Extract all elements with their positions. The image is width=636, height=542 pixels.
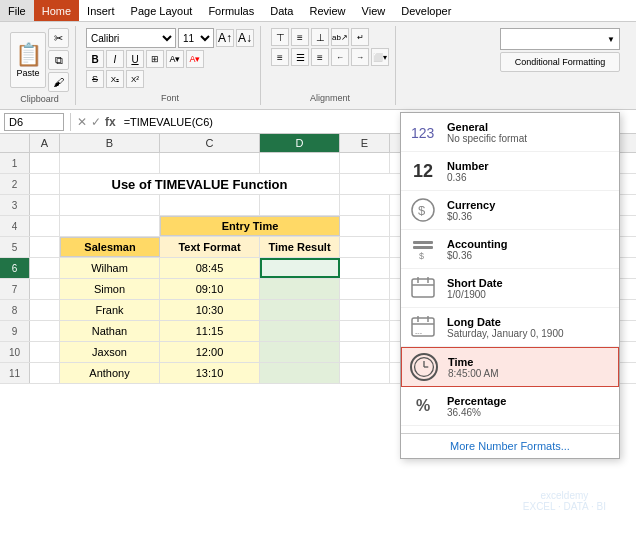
confirm-formula-icon[interactable]: ✓ — [91, 115, 101, 129]
format-item-short-date[interactable]: Short Date 1/0/1900 — [401, 269, 619, 308]
cell-a11[interactable] — [30, 363, 60, 383]
paste-button[interactable]: 📋 Paste — [10, 32, 46, 88]
cell-c8[interactable]: 10:30 — [160, 300, 260, 320]
cell-c4[interactable]: Entry Time — [160, 216, 340, 236]
cell-e11[interactable] — [340, 363, 390, 383]
format-item-general[interactable]: 123 General No specific format — [401, 113, 619, 152]
cell-b7[interactable]: Simon — [60, 279, 160, 299]
cell-c10[interactable]: 12:00 — [160, 342, 260, 362]
subscript-button[interactable]: X₂ — [106, 70, 124, 88]
cell-e4[interactable] — [340, 216, 390, 236]
menu-page-layout[interactable]: Page Layout — [123, 0, 201, 21]
format-item-time[interactable]: Time 8:45:00 AM — [401, 347, 619, 387]
cell-a7[interactable] — [30, 279, 60, 299]
cell-c5[interactable]: Text Format — [160, 237, 260, 257]
menu-file[interactable]: File — [0, 0, 34, 21]
cell-a9[interactable] — [30, 321, 60, 341]
cell-e9[interactable] — [340, 321, 390, 341]
cell-b8[interactable]: Frank — [60, 300, 160, 320]
align-bottom-button[interactable]: ⊥ — [311, 28, 329, 46]
bold-button[interactable]: B — [86, 50, 104, 68]
col-header-a[interactable]: A — [30, 134, 60, 152]
format-painter-button[interactable]: 🖌 — [48, 72, 69, 92]
cell-c7[interactable]: 09:10 — [160, 279, 260, 299]
cell-d11[interactable] — [260, 363, 340, 383]
wrap-text-button[interactable]: ↵ — [351, 28, 369, 46]
align-left-button[interactable]: ≡ — [271, 48, 289, 66]
fill-color-button[interactable]: A▾ — [166, 50, 184, 68]
cut-button[interactable]: ✂ — [48, 28, 69, 48]
cell-a8[interactable] — [30, 300, 60, 320]
cell-b1[interactable] — [60, 153, 160, 173]
border-button[interactable]: ⊞ — [146, 50, 164, 68]
cell-d3[interactable] — [260, 195, 340, 215]
more-number-formats-link[interactable]: More Number Formats... — [401, 433, 619, 458]
format-item-number[interactable]: 12 Number 0.36 — [401, 152, 619, 191]
col-header-b[interactable]: B — [60, 134, 160, 152]
cell-c3[interactable] — [160, 195, 260, 215]
font-color-button[interactable]: A▾ — [186, 50, 204, 68]
cell-b9[interactable]: Nathan — [60, 321, 160, 341]
format-item-percentage[interactable]: % Percentage 36.46% — [401, 387, 619, 426]
cell-e8[interactable] — [340, 300, 390, 320]
italic-button[interactable]: I — [106, 50, 124, 68]
cell-a5[interactable] — [30, 237, 60, 257]
menu-formulas[interactable]: Formulas — [200, 0, 262, 21]
cell-b3[interactable] — [60, 195, 160, 215]
cell-e5[interactable] — [340, 237, 390, 257]
cell-d10[interactable] — [260, 342, 340, 362]
cell-b11[interactable]: Anthony — [60, 363, 160, 383]
col-header-c[interactable]: C — [160, 134, 260, 152]
orient-button[interactable]: ab↗ — [331, 28, 349, 46]
col-header-d[interactable]: D — [260, 134, 340, 152]
font-name-select[interactable]: Calibri — [86, 28, 176, 48]
cell-e7[interactable] — [340, 279, 390, 299]
cell-a1[interactable] — [30, 153, 60, 173]
format-item-currency[interactable]: $ Currency $0.36 — [401, 191, 619, 230]
merge-button[interactable]: ⬜▾ — [371, 48, 389, 66]
cell-e1[interactable] — [340, 153, 390, 173]
cell-d1[interactable] — [260, 153, 340, 173]
cell-d5[interactable]: Time Result — [260, 237, 340, 257]
conditional-formatting-button[interactable]: Conditional Formatting — [500, 52, 620, 72]
copy-button[interactable]: ⧉ — [48, 50, 69, 70]
indent-increase-button[interactable]: → — [351, 48, 369, 66]
number-format-select[interactable] — [500, 28, 620, 50]
cell-a3[interactable] — [30, 195, 60, 215]
menu-view[interactable]: View — [354, 0, 394, 21]
cell-d8[interactable] — [260, 300, 340, 320]
format-item-fraction[interactable]: ½ Fraction 3/8 — [401, 426, 619, 433]
decrease-font-button[interactable]: A↓ — [236, 29, 254, 47]
menu-developer[interactable]: Developer — [393, 0, 459, 21]
col-header-e[interactable]: E — [340, 134, 390, 152]
format-item-accounting[interactable]: $ Accounting $0.36 — [401, 230, 619, 269]
cancel-formula-icon[interactable]: ✕ — [77, 115, 87, 129]
font-size-select[interactable]: 11 — [178, 28, 214, 48]
cell-d7[interactable] — [260, 279, 340, 299]
underline-button[interactable]: U — [126, 50, 144, 68]
superscript-button[interactable]: X² — [126, 70, 144, 88]
cell-c6[interactable]: 08:45 — [160, 258, 260, 278]
cell-b4[interactable] — [60, 216, 160, 236]
cell-e6[interactable] — [340, 258, 390, 278]
format-item-long-date[interactable]: --- Long Date Saturday, January 0, 1900 — [401, 308, 619, 347]
strikethrough-button[interactable]: S — [86, 70, 104, 88]
cell-c9[interactable]: 11:15 — [160, 321, 260, 341]
menu-review[interactable]: Review — [301, 0, 353, 21]
cell-a2[interactable] — [30, 174, 60, 194]
insert-function-icon[interactable]: fx — [105, 115, 116, 129]
align-right-button[interactable]: ≡ — [311, 48, 329, 66]
cell-e10[interactable] — [340, 342, 390, 362]
cell-b5[interactable]: Salesman — [60, 237, 160, 257]
cell-e3[interactable] — [340, 195, 390, 215]
align-middle-button[interactable]: ≡ — [291, 28, 309, 46]
cell-b10[interactable]: Jaxson — [60, 342, 160, 362]
cell-c11[interactable]: 13:10 — [160, 363, 260, 383]
menu-home[interactable]: Home — [34, 0, 79, 21]
cell-a10[interactable] — [30, 342, 60, 362]
align-top-button[interactable]: ⊤ — [271, 28, 289, 46]
align-center-button[interactable]: ☰ — [291, 48, 309, 66]
cell-c1[interactable] — [160, 153, 260, 173]
cell-a4[interactable] — [30, 216, 60, 236]
menu-insert[interactable]: Insert — [79, 0, 123, 21]
